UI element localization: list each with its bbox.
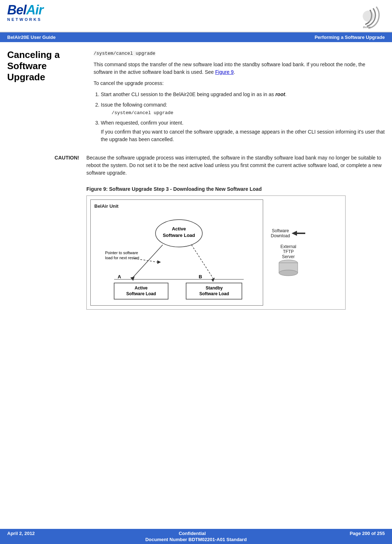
caution-section: CAUTION! Because the software upgrade pr… [0, 154, 392, 183]
svg-text:Software Load: Software Load [199, 291, 229, 296]
svg-line-7 [134, 258, 157, 262]
top-header: BelAir NETWORKS BelAir [0, 0, 392, 32]
download-arrow-icon [292, 230, 306, 237]
svg-marker-8 [157, 260, 161, 264]
footer-left: April 2, 2012 [7, 531, 35, 536]
svg-text:Pointer to software: Pointer to software [105, 251, 138, 255]
tftp-server: ExternalTFTPServer [278, 244, 299, 277]
to-cancel-intro: To cancel the upgrade process: [94, 80, 385, 87]
logo-area: BelAir NETWORKS [7, 4, 43, 22]
left-column: Canceling a Software Upgrade [7, 49, 86, 147]
svg-line-11 [192, 245, 213, 278]
svg-text:Standby: Standby [206, 286, 223, 291]
svg-point-0 [363, 10, 374, 22]
root-italic: root [275, 91, 285, 97]
external-tftp-label: ExternalTFTPServer [280, 244, 296, 259]
step-3: When requested, confirm your intent. If … [101, 119, 385, 143]
svg-point-25 [279, 270, 298, 276]
download-arrow-row: SoftwareDownload [271, 228, 306, 238]
nav-left: BelAir20E User Guide [7, 35, 55, 40]
svg-text:Software Load: Software Load [126, 291, 156, 296]
nav-bar: BelAir20E User Guide Performing a Softwa… [0, 32, 392, 42]
logo-networks: NETWORKS [7, 17, 43, 22]
footer-center: Confidential [179, 531, 206, 536]
figure9-link[interactable]: Figure 9 [215, 69, 234, 75]
footer-right: Page 200 of 255 [350, 531, 385, 536]
figure-box: BelAir Unit Active Software Load Pointer… [86, 195, 346, 310]
footer-wrapper: April 2, 2012 Confidential Page 200 of 2… [0, 529, 392, 544]
external-side: SoftwareDownload ExternalTFTPServer [270, 228, 306, 277]
svg-text:load for next restart: load for next restart [105, 256, 139, 260]
caution-label: CAUTION! [7, 154, 86, 177]
belair-unit-label: BelAir Unit [94, 203, 259, 209]
svg-text:Active: Active [135, 286, 148, 291]
footer-doc-number: Document Number BDTM02201-A01 Standard [145, 537, 247, 542]
svg-text:A: A [118, 274, 121, 279]
logo-bel: Bel [7, 3, 26, 17]
section-title: Canceling a Software Upgrade [7, 49, 86, 83]
caution-text: Because the software upgrade process was… [86, 154, 385, 177]
main-content: Canceling a Software Upgrade /system/can… [0, 42, 392, 154]
tftp-server-icon [278, 259, 299, 277]
command-text: /system/cancel upgrade [94, 51, 156, 56]
step-3-subtext: If you confirm that you want to cancel t… [101, 128, 385, 143]
svg-text:BelAir: BelAir [363, 26, 371, 29]
figure-title: Figure 9: Software Upgrade Step 3 - Down… [86, 186, 385, 192]
figure-section: Figure 9: Software Upgrade Step 3 - Down… [0, 186, 392, 317]
svg-text:B: B [199, 274, 202, 279]
step-2: Issue the following command: /system/can… [101, 101, 385, 117]
svg-text:Software Load: Software Load [163, 233, 195, 238]
belair-logo: BelAir [7, 4, 43, 17]
step-2-code: /system/cancel upgrade [112, 109, 385, 117]
footer-row1: April 2, 2012 Confidential Page 200 of 2… [0, 529, 392, 537]
right-column: /system/cancel upgrade This command stop… [86, 49, 385, 147]
steps-list: Start another CLI session to the BelAir2… [101, 91, 385, 144]
diagram-svg: Active Software Load Pointer to software… [94, 212, 256, 302]
logo-air: Air [26, 3, 43, 17]
nav-right: Performing a Software Upgrade [315, 35, 385, 40]
command-display: /system/cancel upgrade [94, 49, 385, 57]
svg-marker-22 [292, 231, 305, 236]
company-icon: BelAir [349, 4, 385, 29]
svg-marker-10 [130, 277, 135, 281]
software-download-label: SoftwareDownload [271, 228, 290, 238]
step-1: Start another CLI session to the BelAir2… [101, 91, 385, 98]
svg-text:Active: Active [172, 226, 186, 231]
belair-unit-box: BelAir Unit Active Software Load Pointer… [90, 199, 263, 306]
body-paragraph-1: This command stops the transfer of the n… [94, 61, 385, 76]
footer-row2: Document Number BDTM02201-A01 Standard [0, 537, 392, 544]
